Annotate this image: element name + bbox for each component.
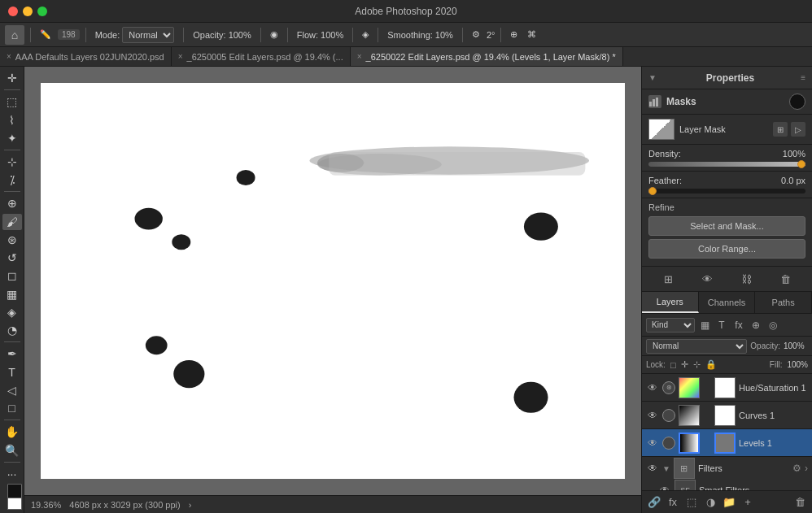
filter-settings-icon[interactable]: ⚙ bbox=[792, 463, 801, 474]
visibility-eye-levels[interactable]: 👁 bbox=[646, 437, 659, 450]
masks-label: Masks bbox=[666, 96, 784, 107]
lasso-tool[interactable]: ⌇ bbox=[2, 111, 22, 128]
density-slider[interactable] bbox=[648, 162, 805, 167]
minimize-button[interactable] bbox=[23, 7, 33, 16]
lock-move-icon[interactable]: ✛ bbox=[681, 359, 688, 370]
feather-slider-row: Feather: 0.0 px bbox=[642, 172, 812, 198]
healing-tool[interactable]: ⊕ bbox=[2, 195, 22, 211]
density-label-row: Density: 100% bbox=[648, 149, 805, 159]
visibility-eye-hue[interactable]: 👁 bbox=[646, 381, 659, 394]
link-mask-icon[interactable]: ⊞ bbox=[773, 122, 788, 137]
lock-pixels-icon[interactable]: □ bbox=[670, 360, 676, 370]
filter-fx-icon[interactable]: fx bbox=[731, 318, 746, 333]
opacity-value: 100% bbox=[229, 30, 251, 40]
window-controls[interactable] bbox=[8, 7, 47, 16]
tab-layers[interactable]: Layers bbox=[642, 292, 699, 313]
delete-mask-icon[interactable]: 🗑 bbox=[778, 271, 794, 287]
blend-mode-select[interactable]: Normal bbox=[646, 339, 747, 354]
tab-aaa-defaults[interactable]: × AAA Defaults Layers 02JUN2020.psd bbox=[0, 47, 172, 66]
tab-6250022[interactable]: × _6250022 Edit Layers.psd @ 19.4% (Leve… bbox=[351, 47, 623, 66]
airbrush-icon[interactable]: ◈ bbox=[359, 28, 372, 41]
type-tool[interactable]: T bbox=[2, 364, 22, 380]
link2-icon[interactable]: ⛓ bbox=[739, 271, 755, 287]
filter-select-icon[interactable]: ◎ bbox=[766, 318, 780, 333]
hand-tool[interactable]: ✋ bbox=[2, 424, 22, 440]
feather-slider[interactable] bbox=[648, 189, 805, 193]
view-mask-icon[interactable]: ▷ bbox=[791, 122, 805, 137]
tab-close-2[interactable]: × bbox=[178, 52, 183, 61]
shape-tool[interactable]: □ bbox=[2, 400, 22, 416]
crop-tool[interactable]: ⊹ bbox=[2, 154, 22, 170]
tab-close-1[interactable]: × bbox=[7, 52, 11, 61]
more-tools[interactable]: ··· bbox=[2, 466, 22, 482]
blur-tool[interactable]: ◈ bbox=[2, 304, 22, 320]
visibility-eye-curves[interactable]: 👁 bbox=[646, 409, 659, 422]
brush-tool[interactable]: ✏️ bbox=[37, 28, 55, 41]
gradient-tool[interactable]: ▦ bbox=[2, 286, 22, 302]
new-group-icon[interactable]: 📁 bbox=[721, 494, 737, 511]
layer-row-levels[interactable]: 👁 Levels 1 bbox=[642, 429, 812, 457]
layer-row-hue-saturation[interactable]: 👁 ⊛ Hue/Saturation 1 bbox=[642, 374, 812, 402]
visibility-eye-filters[interactable]: 👁 bbox=[646, 462, 659, 475]
tab-label-2: _6250005 Edit Layers.psd @ 19.4% (... bbox=[187, 52, 343, 62]
move-tool[interactable]: ✛ bbox=[2, 70, 22, 86]
panel-collapse-btn[interactable]: ≡ bbox=[801, 73, 805, 82]
svg-point-7 bbox=[524, 212, 558, 240]
zoom-tool[interactable]: 🔍 bbox=[2, 442, 22, 459]
marquee-tool[interactable]: ⬚ bbox=[2, 93, 22, 110]
history-brush-tool[interactable]: ↺ bbox=[2, 250, 22, 266]
toolbar-separator-2 bbox=[85, 28, 86, 42]
magic-wand-tool[interactable]: ✦ bbox=[2, 130, 22, 146]
lock-all-icon[interactable]: 🔒 bbox=[705, 359, 717, 370]
density-thumb[interactable] bbox=[797, 160, 805, 168]
home-icon[interactable]: ⌂ bbox=[5, 25, 24, 45]
symmetry-icon[interactable]: ⌘ bbox=[524, 28, 539, 41]
nav-arrow[interactable]: › bbox=[189, 500, 192, 510]
pressure-icon[interactable]: ◉ bbox=[267, 28, 282, 41]
top-toolbar: ⌂ ✏️ 198 Mode: Normal Opacity: 100% ◉ Fl… bbox=[0, 23, 812, 47]
tab-close-3[interactable]: × bbox=[357, 52, 362, 61]
filter-type-icon[interactable]: ▦ bbox=[697, 318, 712, 333]
gear-icon[interactable]: ⚙ bbox=[469, 28, 483, 41]
filter-more-icon[interactable]: › bbox=[805, 463, 808, 474]
filter-smart-icon[interactable]: ⊕ bbox=[749, 318, 763, 333]
layer-row-curves[interactable]: 👁 Curves 1 bbox=[642, 402, 812, 429]
maximize-button[interactable] bbox=[37, 7, 47, 16]
eye-icon[interactable]: 👁 bbox=[699, 271, 715, 287]
feather-thumb[interactable] bbox=[648, 187, 657, 195]
canvas[interactable] bbox=[41, 83, 625, 479]
new-adjustment-icon[interactable]: ◑ bbox=[702, 494, 718, 511]
add-mask-icon[interactable]: ⬚ bbox=[683, 494, 700, 511]
dodge-tool[interactable]: ◔ bbox=[2, 322, 22, 338]
link-layers-icon[interactable]: 🔗 bbox=[646, 494, 662, 511]
clone-tool[interactable]: ⊛ bbox=[2, 232, 22, 248]
color-range-button[interactable]: Color Range... bbox=[648, 239, 805, 259]
path-tool[interactable]: ◁ bbox=[2, 382, 22, 398]
tab-channels[interactable]: Channels bbox=[699, 292, 756, 313]
properties-panel: ▼ Properties ≡ Masks Layer Mask ⊞ bbox=[642, 67, 812, 292]
mode-select[interactable]: Normal bbox=[122, 27, 174, 43]
feather-label-row: Feather: 0.0 px bbox=[648, 176, 805, 185]
panel-arrow[interactable]: ▼ bbox=[648, 73, 657, 82]
tab-6250005[interactable]: × _6250005 Edit Layers.psd @ 19.4% (... bbox=[172, 47, 351, 66]
pen-tool[interactable]: ✒ bbox=[2, 346, 22, 362]
foreground-color[interactable] bbox=[7, 484, 22, 498]
eraser-tool[interactable]: ◻ bbox=[2, 267, 22, 284]
tab-paths[interactable]: Paths bbox=[755, 292, 812, 313]
delete-layer-icon[interactable]: 🗑 bbox=[792, 494, 808, 511]
brush-tool-left[interactable]: 🖌 bbox=[2, 214, 22, 230]
lock-artboard-icon[interactable]: ⊹ bbox=[693, 359, 701, 370]
visibility-eye-smart[interactable]: 👁 bbox=[658, 484, 671, 491]
filter-icon[interactable]: ⊞ bbox=[660, 271, 676, 287]
masks-pixel-icon[interactable] bbox=[789, 93, 805, 110]
kind-select[interactable]: Kind bbox=[646, 318, 695, 333]
fx-add-icon[interactable]: fx bbox=[665, 494, 681, 511]
eyedropper-tool[interactable]: ⁒ bbox=[2, 172, 22, 188]
refine-label: Refine bbox=[648, 202, 805, 212]
filter-text-icon[interactable]: T bbox=[714, 318, 729, 333]
filter-header[interactable]: 👁 ▼ ⊞ Filters ⚙ › bbox=[642, 457, 812, 480]
new-layer-icon[interactable]: + bbox=[740, 494, 756, 511]
target-icon[interactable]: ⊕ bbox=[507, 28, 521, 41]
select-mask-button[interactable]: Select and Mask... bbox=[648, 216, 805, 236]
close-button[interactable] bbox=[8, 7, 18, 16]
